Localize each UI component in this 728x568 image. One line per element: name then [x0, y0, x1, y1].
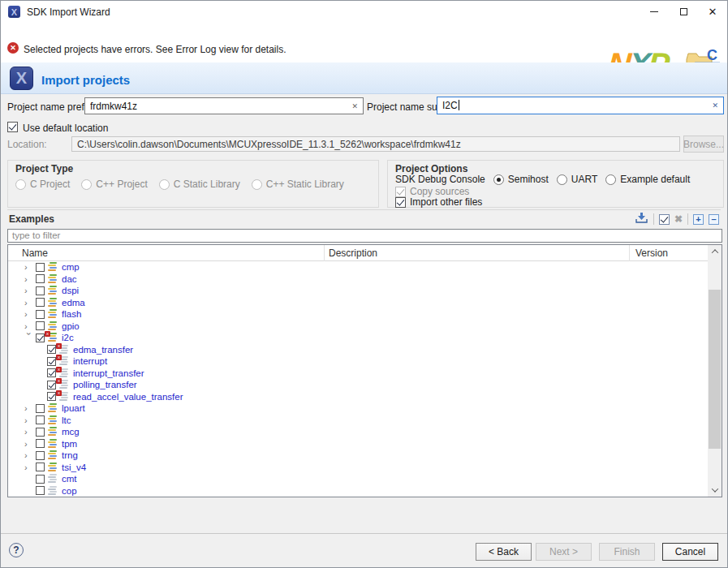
tree-row[interactable]: ›tsi_v4 — [8, 462, 708, 474]
tree-chevron-icon[interactable]: › — [24, 262, 36, 272]
tree-chevron-icon[interactable]: › — [24, 333, 34, 344]
column-description[interactable]: Description — [329, 247, 377, 259]
tree-row[interactable]: ›mcg — [8, 426, 708, 438]
tree-checkbox[interactable] — [36, 263, 45, 272]
project-name-suffix-input[interactable]: I2C ✕ — [437, 97, 724, 114]
tree-checkbox[interactable] — [36, 333, 45, 342]
tree-checkbox[interactable] — [36, 486, 45, 495]
select-all-icon[interactable] — [659, 214, 670, 225]
tree-checkbox[interactable] — [47, 381, 56, 389]
tree-row[interactable]: xedma_transfer — [8, 344, 708, 356]
tree-row[interactable]: cop — [8, 485, 708, 497]
tree-item-label: ltc — [62, 415, 71, 425]
tree-row[interactable]: xpolling_transfer — [8, 379, 708, 391]
import-other-files-checkbox[interactable] — [395, 197, 406, 208]
column-version[interactable]: Version — [635, 247, 668, 259]
tree-checkbox[interactable] — [36, 298, 45, 307]
vertical-scrollbar[interactable] — [708, 245, 722, 497]
close-icon: ✕ — [709, 6, 717, 17]
tree-checkbox[interactable] — [47, 368, 56, 377]
tree-row[interactable]: ›lpuart — [8, 402, 708, 415]
tree-chevron-icon[interactable]: › — [24, 463, 36, 472]
footer-separator — [1, 533, 727, 534]
filter-input[interactable]: type to filter — [7, 229, 722, 243]
expand-all-icon[interactable]: + — [693, 214, 704, 225]
tree-row[interactable]: ›cmp — [8, 261, 708, 273]
tree-checkbox[interactable] — [36, 475, 45, 484]
tree-checkbox[interactable] — [36, 321, 45, 330]
clear-prefix-icon[interactable]: ✕ — [351, 102, 358, 110]
tree-checkbox[interactable] — [36, 274, 45, 283]
collapse-all-icon[interactable]: – — [709, 214, 719, 225]
tree-checkbox[interactable] — [36, 310, 45, 319]
sdk-debug-console-label: SDK Debug Console — [395, 174, 485, 185]
tree-row[interactable]: ›ltc — [8, 415, 708, 427]
tree-checkbox[interactable] — [36, 415, 45, 424]
window-title: SDK Import Wizard — [27, 6, 110, 18]
example-stack-icon: x — [59, 356, 69, 366]
tree-checkbox[interactable] — [47, 392, 56, 401]
use-default-location-checkbox[interactable] — [7, 122, 18, 132]
example-stack-icon: x — [48, 333, 58, 342]
help-button[interactable]: ? — [9, 543, 24, 557]
error-icon: ✕ — [7, 42, 19, 54]
tree-row[interactable]: ›xi2c — [8, 332, 708, 344]
tree-row[interactable]: cmt — [8, 473, 708, 485]
tree-checkbox[interactable] — [36, 463, 45, 471]
tree-chevron-icon[interactable]: › — [24, 450, 36, 460]
tree-row[interactable]: ›edma — [8, 297, 708, 309]
tree-chevron-icon[interactable]: › — [24, 415, 36, 425]
tree-chevron-icon[interactable]: › — [24, 427, 36, 437]
tree-row[interactable]: ›tpm — [8, 438, 708, 450]
radio-uart[interactable]: UART — [557, 174, 597, 185]
tree-checkbox[interactable] — [47, 345, 56, 354]
scrollbar-thumb[interactable] — [709, 290, 721, 449]
tree-row[interactable]: ›flash — [8, 308, 708, 321]
tree-chevron-icon[interactable]: › — [24, 309, 36, 319]
tree-checkbox[interactable] — [36, 439, 45, 448]
tree-checkbox[interactable] — [36, 404, 45, 413]
tree-item-label: tpm — [62, 439, 77, 449]
radio-example-default[interactable]: Example default — [605, 174, 690, 185]
close-button[interactable]: ✕ — [698, 1, 727, 23]
cancel-button[interactable]: Cancel — [662, 543, 718, 561]
tree-row[interactable]: xread_accel_value_transfer — [8, 391, 708, 403]
back-button[interactable]: < Back — [476, 543, 532, 561]
tree-item-label: dspi — [62, 286, 79, 295]
tree-chevron-icon[interactable]: › — [24, 321, 36, 331]
project-options-title: Project Options — [395, 163, 467, 174]
maximize-button[interactable] — [669, 1, 698, 23]
tree-row[interactable]: xinterrupt — [8, 355, 708, 368]
import-examples-icon[interactable] — [635, 212, 648, 227]
tree-row[interactable]: xinterrupt_transfer — [8, 368, 708, 380]
radio-icon — [557, 174, 567, 185]
project-name-prefix-input[interactable]: frdmkw41z ✕ — [84, 97, 364, 114]
tree-checkbox[interactable] — [36, 451, 45, 460]
tree-chevron-icon[interactable]: › — [24, 439, 36, 449]
tree-checkbox[interactable] — [36, 428, 45, 437]
minimize-button[interactable] — [640, 1, 669, 23]
tree-row[interactable]: ›dac — [8, 273, 708, 286]
example-stack-icon — [48, 321, 58, 331]
tree-chevron-icon[interactable]: › — [24, 286, 36, 295]
tree-chevron-icon[interactable]: › — [24, 274, 36, 284]
radio-semihost[interactable]: Semihost — [493, 174, 549, 185]
tree-chevron-icon[interactable]: › — [24, 403, 36, 413]
tree-checkbox[interactable] — [47, 357, 56, 366]
scroll-down-button[interactable] — [708, 484, 722, 497]
tree-row[interactable]: ›gpio — [8, 321, 708, 333]
tree-checkbox[interactable] — [36, 286, 45, 295]
example-stack-icon — [48, 309, 58, 319]
scroll-up-button[interactable] — [708, 245, 722, 258]
clear-suffix-icon[interactable]: ✕ — [712, 101, 718, 110]
example-stack-icon — [48, 415, 58, 425]
tree-row[interactable]: ›trng — [8, 450, 708, 462]
import-other-files-checkbox-row[interactable]: Import other files — [395, 196, 482, 208]
tree-item-label: cop — [62, 486, 77, 496]
minimize-icon — [650, 11, 658, 12]
radio-icon — [81, 179, 92, 190]
tree-item-label: edma — [62, 298, 85, 308]
tree-row[interactable]: ›dspi — [8, 285, 708, 297]
column-name[interactable]: Name — [22, 247, 48, 259]
tree-chevron-icon[interactable]: › — [24, 298, 36, 308]
